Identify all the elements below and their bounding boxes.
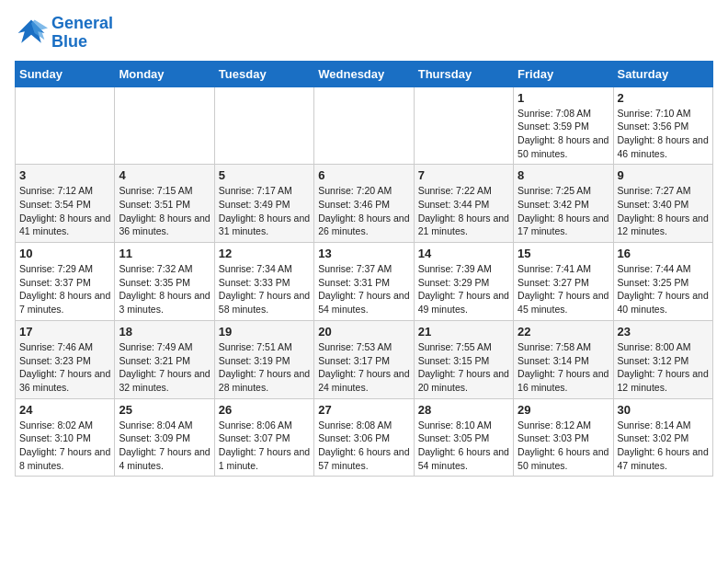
- calendar-row-3: 17Sunrise: 7:46 AM Sunset: 3:23 PM Dayli…: [16, 320, 713, 398]
- day-info: Sunrise: 7:08 AM Sunset: 3:59 PM Dayligh…: [518, 107, 609, 161]
- day-info: Sunrise: 8:00 AM Sunset: 3:12 PM Dayligh…: [618, 340, 709, 395]
- calendar-cell: 2Sunrise: 7:10 AM Sunset: 3:56 PM Daylig…: [613, 86, 712, 165]
- day-info: Sunrise: 7:27 AM Sunset: 3:40 PM Dayligh…: [618, 184, 709, 238]
- day-number: 2: [618, 91, 709, 105]
- day-number: 3: [19, 168, 110, 182]
- day-number: 29: [518, 403, 609, 417]
- day-number: 4: [119, 168, 210, 182]
- day-info: Sunrise: 7:39 AM Sunset: 3:29 PM Dayligh…: [418, 262, 509, 316]
- calendar-cell: 12Sunrise: 7:34 AM Sunset: 3:33 PM Dayli…: [214, 243, 313, 321]
- weekday-header-tuesday: Tuesday: [214, 61, 313, 86]
- weekday-header-saturday: Saturday: [613, 61, 712, 86]
- day-info: Sunrise: 7:37 AM Sunset: 3:31 PM Dayligh…: [318, 262, 409, 316]
- day-number: 11: [119, 247, 210, 260]
- calendar-cell: 21Sunrise: 7:55 AM Sunset: 3:15 PM Dayli…: [414, 320, 513, 398]
- day-number: 27: [318, 403, 409, 417]
- logo-icon: [15, 17, 48, 50]
- day-number: 8: [518, 168, 609, 182]
- day-info: Sunrise: 7:46 AM Sunset: 3:23 PM Dayligh…: [19, 340, 110, 395]
- day-info: Sunrise: 7:25 AM Sunset: 3:42 PM Dayligh…: [518, 184, 609, 238]
- day-info: Sunrise: 7:12 AM Sunset: 3:54 PM Dayligh…: [19, 184, 110, 238]
- calendar-cell: 13Sunrise: 7:37 AM Sunset: 3:31 PM Dayli…: [314, 243, 414, 321]
- calendar-cell: 26Sunrise: 8:06 AM Sunset: 3:07 PM Dayli…: [214, 398, 313, 477]
- calendar-cell: [16, 86, 115, 165]
- day-number: 14: [418, 247, 509, 260]
- day-number: 19: [219, 325, 310, 339]
- calendar-row-1: 3Sunrise: 7:12 AM Sunset: 3:54 PM Daylig…: [16, 165, 713, 243]
- day-info: Sunrise: 7:22 AM Sunset: 3:44 PM Dayligh…: [418, 184, 509, 238]
- day-number: 10: [19, 247, 110, 260]
- calendar-row-4: 24Sunrise: 8:02 AM Sunset: 3:10 PM Dayli…: [16, 398, 713, 477]
- day-info: Sunrise: 7:53 AM Sunset: 3:17 PM Dayligh…: [318, 340, 409, 395]
- calendar-cell: 19Sunrise: 7:51 AM Sunset: 3:19 PM Dayli…: [214, 320, 313, 398]
- calendar-cell: 29Sunrise: 8:12 AM Sunset: 3:03 PM Dayli…: [514, 398, 613, 477]
- day-number: 22: [518, 325, 609, 339]
- calendar-row-2: 10Sunrise: 7:29 AM Sunset: 3:37 PM Dayli…: [16, 243, 713, 321]
- calendar-cell: [414, 86, 513, 165]
- logo: General Blue: [15, 15, 113, 52]
- day-number: 9: [618, 168, 709, 182]
- day-number: 16: [618, 247, 709, 260]
- calendar-cell: 20Sunrise: 7:53 AM Sunset: 3:17 PM Dayli…: [314, 320, 414, 398]
- day-number: 5: [219, 168, 310, 182]
- calendar-cell: 6Sunrise: 7:20 AM Sunset: 3:46 PM Daylig…: [314, 165, 414, 243]
- logo-text: General Blue: [51, 15, 113, 52]
- weekday-header-wednesday: Wednesday: [314, 61, 414, 86]
- day-info: Sunrise: 7:41 AM Sunset: 3:27 PM Dayligh…: [518, 262, 609, 316]
- calendar-cell: 10Sunrise: 7:29 AM Sunset: 3:37 PM Dayli…: [16, 243, 115, 321]
- weekday-header-friday: Friday: [514, 61, 613, 86]
- calendar-cell: 18Sunrise: 7:49 AM Sunset: 3:21 PM Dayli…: [115, 320, 214, 398]
- day-number: 7: [418, 168, 509, 182]
- day-number: 23: [618, 325, 709, 339]
- weekday-header-sunday: Sunday: [16, 61, 115, 86]
- calendar-row-0: 1Sunrise: 7:08 AM Sunset: 3:59 PM Daylig…: [16, 86, 713, 165]
- calendar-cell: 14Sunrise: 7:39 AM Sunset: 3:29 PM Dayli…: [414, 243, 513, 321]
- day-info: Sunrise: 7:34 AM Sunset: 3:33 PM Dayligh…: [219, 262, 310, 316]
- calendar-cell: 30Sunrise: 8:14 AM Sunset: 3:02 PM Dayli…: [613, 398, 712, 477]
- day-info: Sunrise: 8:10 AM Sunset: 3:05 PM Dayligh…: [418, 419, 509, 473]
- day-info: Sunrise: 8:04 AM Sunset: 3:09 PM Dayligh…: [119, 419, 210, 473]
- calendar-cell: [214, 86, 313, 165]
- calendar-cell: 4Sunrise: 7:15 AM Sunset: 3:51 PM Daylig…: [115, 165, 214, 243]
- calendar-cell: 23Sunrise: 8:00 AM Sunset: 3:12 PM Dayli…: [613, 320, 712, 398]
- day-info: Sunrise: 7:58 AM Sunset: 3:14 PM Dayligh…: [518, 340, 609, 395]
- calendar-cell: 5Sunrise: 7:17 AM Sunset: 3:49 PM Daylig…: [214, 165, 313, 243]
- calendar-cell: [115, 86, 214, 165]
- day-info: Sunrise: 7:49 AM Sunset: 3:21 PM Dayligh…: [119, 340, 210, 395]
- day-info: Sunrise: 7:17 AM Sunset: 3:49 PM Dayligh…: [219, 184, 310, 238]
- weekday-header-thursday: Thursday: [414, 61, 513, 86]
- calendar-table: SundayMondayTuesdayWednesdayThursdayFrid…: [15, 61, 713, 477]
- day-number: 28: [418, 403, 509, 417]
- day-number: 12: [219, 247, 310, 260]
- day-number: 13: [318, 247, 409, 260]
- calendar-cell: [314, 86, 414, 165]
- calendar-cell: 28Sunrise: 8:10 AM Sunset: 3:05 PM Dayli…: [414, 398, 513, 477]
- day-info: Sunrise: 8:02 AM Sunset: 3:10 PM Dayligh…: [19, 419, 110, 473]
- calendar-cell: 11Sunrise: 7:32 AM Sunset: 3:35 PM Dayli…: [115, 243, 214, 321]
- calendar-cell: 7Sunrise: 7:22 AM Sunset: 3:44 PM Daylig…: [414, 165, 513, 243]
- day-info: Sunrise: 7:15 AM Sunset: 3:51 PM Dayligh…: [119, 184, 210, 238]
- day-number: 24: [19, 403, 110, 417]
- day-number: 17: [19, 325, 110, 339]
- day-info: Sunrise: 7:10 AM Sunset: 3:56 PM Dayligh…: [618, 107, 709, 161]
- day-number: 18: [119, 325, 210, 339]
- day-number: 20: [318, 325, 409, 339]
- calendar-cell: 15Sunrise: 7:41 AM Sunset: 3:27 PM Dayli…: [514, 243, 613, 321]
- day-number: 30: [618, 403, 709, 417]
- day-number: 26: [219, 403, 310, 417]
- day-number: 21: [418, 325, 509, 339]
- page-header: General Blue: [15, 15, 713, 52]
- day-info: Sunrise: 7:20 AM Sunset: 3:46 PM Dayligh…: [318, 184, 409, 238]
- day-number: 6: [318, 168, 409, 182]
- calendar-cell: 24Sunrise: 8:02 AM Sunset: 3:10 PM Dayli…: [16, 398, 115, 477]
- day-info: Sunrise: 7:32 AM Sunset: 3:35 PM Dayligh…: [119, 262, 210, 316]
- day-number: 1: [518, 91, 609, 105]
- weekday-header-monday: Monday: [115, 61, 214, 86]
- day-info: Sunrise: 8:14 AM Sunset: 3:02 PM Dayligh…: [618, 419, 709, 473]
- day-info: Sunrise: 7:44 AM Sunset: 3:25 PM Dayligh…: [618, 262, 709, 316]
- calendar-cell: 25Sunrise: 8:04 AM Sunset: 3:09 PM Dayli…: [115, 398, 214, 477]
- calendar-cell: 22Sunrise: 7:58 AM Sunset: 3:14 PM Dayli…: [514, 320, 613, 398]
- calendar-cell: 16Sunrise: 7:44 AM Sunset: 3:25 PM Dayli…: [613, 243, 712, 321]
- calendar-cell: 17Sunrise: 7:46 AM Sunset: 3:23 PM Dayli…: [16, 320, 115, 398]
- calendar-cell: 8Sunrise: 7:25 AM Sunset: 3:42 PM Daylig…: [514, 165, 613, 243]
